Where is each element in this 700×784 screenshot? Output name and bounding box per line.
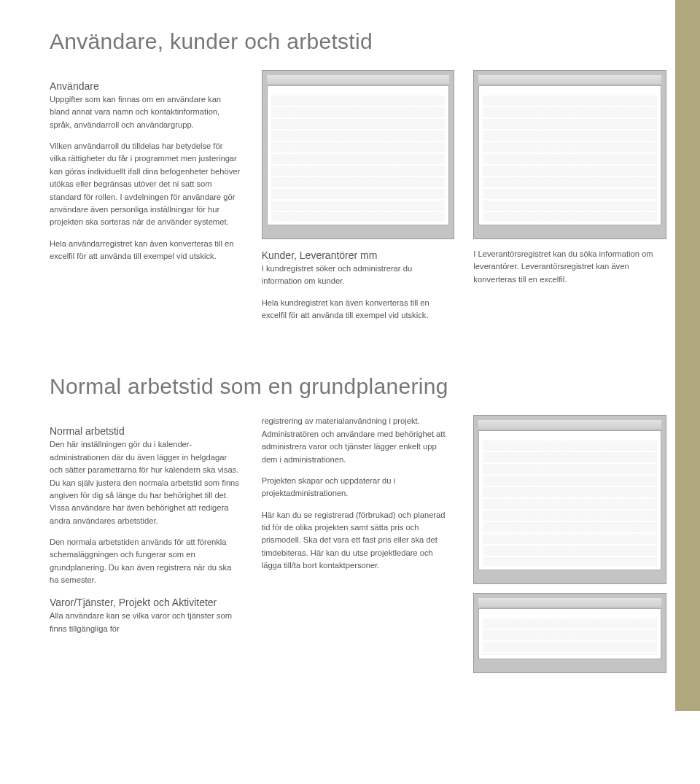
s2c2-para1: registrering av materialanvändning i pro… xyxy=(262,415,454,465)
s2c2-para2: Projekten skapar och uppdaterar du i pro… xyxy=(262,475,454,500)
s2c1-heading2: Varor/Tjänster, Projekt och Aktiviteter xyxy=(50,597,241,608)
s1c1-para1: Uppgifter som kan finnas om en användare… xyxy=(50,93,241,131)
s2c1-heading1: Normal arbetstid xyxy=(50,425,241,437)
section2: Normal arbetstid som en grundplanering N… xyxy=(50,374,665,682)
s1c2-para1: I kundregistret söker och administrerar … xyxy=(262,263,454,288)
screenshot-arbetstid-form xyxy=(473,593,666,673)
section1-columns: Användare Uppgifter som kan finnas om en… xyxy=(50,70,665,330)
s1c1-para2: Vilken användarroll du tilldelas har bet… xyxy=(50,140,241,229)
s1c1-para3: Hela användarregistret kan även konverte… xyxy=(50,238,241,263)
s2c1-para1: Den här inställningen gör du i kalender-… xyxy=(50,438,241,527)
s2c1-para2: Den normala arbetstiden används för att … xyxy=(50,536,241,586)
section2-col1: Normal arbetstid Den här inställningen g… xyxy=(50,415,241,682)
section2-col2: registrering av materialanvändning i pro… xyxy=(262,415,454,682)
document-page: Användare, kunder och arbetstid Användar… xyxy=(0,0,700,711)
s2c1-para3: Alla användare kan se vilka varor och tj… xyxy=(50,610,241,635)
screenshot-projekt-form xyxy=(473,415,666,584)
screenshot-anvandare-form xyxy=(262,70,455,239)
screenshot-inner xyxy=(271,96,446,221)
s1c2-heading: Kunder, Leverantörer mm xyxy=(262,249,454,261)
section2-title: Normal arbetstid som en grundplanering xyxy=(50,374,665,399)
screenshot-leverantor-form xyxy=(473,70,666,239)
section1-title: Användare, kunder och arbetstid xyxy=(50,29,665,54)
screenshot-inner xyxy=(483,618,657,655)
screenshot-inner xyxy=(483,440,657,566)
section2-col3 xyxy=(473,415,665,682)
screenshot-inner xyxy=(483,96,657,221)
section2-columns: Normal arbetstid Den här inställningen g… xyxy=(50,415,665,682)
s1c1-heading: Användare xyxy=(50,80,241,92)
section1-col2: Kunder, Leverantörer mm I kundregistret … xyxy=(262,70,454,330)
s1c2-para2: Hela kundregistret kan även konverteras … xyxy=(262,297,454,322)
section1-col1: Användare Uppgifter som kan finnas om en… xyxy=(50,70,241,330)
s1c3-para1: I Leverantörsregistret kan du söka infor… xyxy=(473,248,665,286)
s2c2-para3: Här kan du se registrerad (förbrukad) oc… xyxy=(262,509,454,573)
section1-col3: I Leverantörsregistret kan du söka infor… xyxy=(473,70,665,330)
page-accent-stripe xyxy=(675,0,700,711)
